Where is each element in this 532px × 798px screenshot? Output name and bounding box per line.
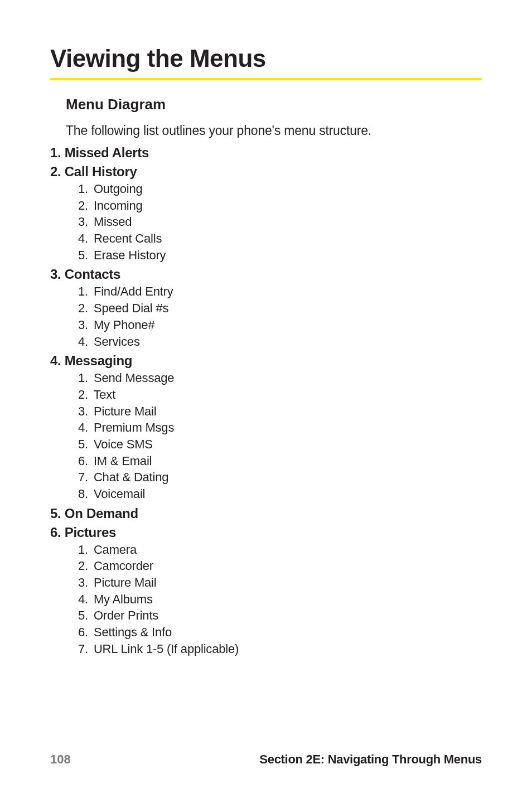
- menu-sub-label: Picture Mail: [94, 404, 157, 418]
- menu-sub-label: Camcorder: [94, 559, 153, 573]
- menu-sub-number: 6.: [77, 453, 88, 470]
- menu-sub-item: 5. Erase History: [77, 247, 482, 264]
- menu-sub-label: Camera: [94, 543, 137, 557]
- menu-top-number: 6.: [50, 525, 61, 540]
- menu-top-item: 1. Missed Alerts: [50, 145, 482, 161]
- menu-sub-number: 7.: [77, 469, 88, 486]
- menu-sub-number: 3.: [77, 214, 88, 230]
- menu-sub-item: 6. Settings & Info: [77, 624, 482, 641]
- menu-top-label: Messaging: [65, 353, 132, 368]
- menu-top-label: Call History: [65, 164, 137, 179]
- menu-sub-label: Voice SMS: [94, 437, 153, 451]
- menu-sub-label: Settings & Info: [94, 625, 172, 639]
- menu-sub-number: 1.: [77, 370, 88, 386]
- menu-sub-number: 1.: [77, 541, 88, 558]
- menu-top-label: Contacts: [65, 267, 120, 282]
- menu-top-item: 6. Pictures: [50, 525, 482, 540]
- menu-sub-item: 3. My Phone#: [77, 317, 482, 333]
- menu-sub-item: 4. My Albums: [77, 591, 482, 608]
- menu-sub-number: 1.: [77, 283, 88, 300]
- menu-sub-item: 2. Text: [77, 386, 482, 403]
- menu-sub-item: 7. Chat & Dating: [77, 469, 482, 486]
- menu-top-item: 2. Call History: [50, 164, 482, 180]
- menu-sub-number: 2.: [77, 197, 88, 214]
- menu-sub-number: 6.: [77, 624, 88, 641]
- subheading-menu-diagram: Menu Diagram: [66, 96, 482, 113]
- menu-top-number: 4.: [50, 353, 61, 368]
- section-label: Section 2E: Navigating Through Menus: [259, 752, 482, 767]
- intro-text: The following list outlines your phone's…: [66, 123, 482, 138]
- menu-sub-number: 3.: [77, 403, 88, 420]
- page-footer: 108 Section 2E: Navigating Through Menus: [50, 752, 482, 767]
- menu-sub-number: 4.: [77, 333, 88, 350]
- menu-sub-number: 2.: [77, 558, 88, 574]
- menu-sub-number: 2.: [77, 300, 88, 317]
- menu-sub-label: Missed: [94, 215, 132, 229]
- menu-sub-label: Erase History: [94, 248, 166, 262]
- menu-sub-number: 5.: [77, 607, 88, 624]
- menu-sub-label: Outgoing: [94, 182, 143, 196]
- menu-sub-item: 2. Incoming: [77, 197, 482, 214]
- menu-sub-label: Picture Mail: [94, 575, 157, 589]
- menu-sub-label: Recent Calls: [94, 231, 162, 245]
- menu-sub-label: Incoming: [94, 199, 143, 212]
- menu-top-item: 3. Contacts: [50, 267, 482, 282]
- menu-sub-number: 8.: [77, 486, 88, 502]
- menu-sub-item: 2. Camcorder: [77, 558, 482, 574]
- menu-sub-number: 5.: [77, 436, 88, 453]
- menu-sub-item: 7. URL Link 1-5 (If applicable): [77, 641, 482, 657]
- menu-sub-label: My Phone#: [94, 318, 155, 332]
- menu-sub-item: 4. Premium Msgs: [77, 419, 482, 436]
- menu-top-label: Missed Alerts: [65, 145, 149, 160]
- menu-sub-item: 3. Picture Mail: [77, 574, 482, 591]
- page-number: 108: [50, 752, 71, 767]
- menu-sub-label: URL Link 1-5 (If applicable): [94, 642, 239, 656]
- menu-sub-item: 8. Voicemail: [77, 486, 482, 502]
- menu-sub-label: Services: [94, 335, 140, 349]
- menu-sublist: 1. Camera2. Camcorder3. Picture Mail4. M…: [77, 541, 482, 657]
- menu-sub-label: Voicemail: [94, 487, 145, 501]
- menu-top-label: Pictures: [65, 525, 116, 540]
- menu-sub-number: 4.: [77, 230, 88, 247]
- menu-sub-number: 3.: [77, 574, 88, 591]
- menu-structure: 1. Missed Alerts2. Call History1. Outgoi…: [50, 145, 482, 657]
- menu-sub-item: 1. Outgoing: [77, 181, 482, 197]
- menu-sub-item: 3. Picture Mail: [77, 403, 482, 420]
- menu-sub-label: Send Message: [94, 371, 174, 385]
- menu-sub-item: 2. Speed Dial #s: [77, 300, 482, 317]
- menu-sub-item: 5. Voice SMS: [77, 436, 482, 453]
- menu-sublist: 1. Outgoing2. Incoming3. Missed4. Recent…: [77, 181, 482, 263]
- menu-sub-label: Speed Dial #s: [94, 301, 168, 315]
- menu-top-number: 1.: [50, 145, 61, 160]
- menu-sub-number: 4.: [77, 419, 88, 436]
- menu-sub-label: IM & Email: [94, 454, 152, 468]
- menu-top-number: 2.: [50, 164, 61, 179]
- menu-sub-item: 1. Camera: [77, 541, 482, 558]
- title-rule: [50, 78, 482, 80]
- menu-sub-number: 7.: [77, 641, 88, 657]
- menu-top-number: 3.: [50, 267, 61, 282]
- menu-sub-item: 1. Send Message: [77, 370, 482, 386]
- menu-sub-label: Text: [94, 388, 116, 402]
- menu-sub-label: Find/Add Entry: [94, 284, 173, 298]
- menu-sub-number: 3.: [77, 317, 88, 333]
- menu-sub-label: My Albums: [94, 592, 153, 606]
- menu-top-item: 4. Messaging: [50, 353, 482, 369]
- menu-sub-item: 1. Find/Add Entry: [77, 283, 482, 300]
- menu-sub-item: 5. Order Prints: [77, 607, 482, 624]
- menu-sub-number: 2.: [77, 386, 88, 403]
- menu-sub-item: 4. Services: [77, 333, 482, 350]
- menu-sub-item: 3. Missed: [77, 214, 482, 230]
- menu-sub-label: Chat & Dating: [94, 470, 168, 484]
- menu-sub-item: 6. IM & Email: [77, 453, 482, 470]
- menu-top-item: 5. On Demand: [50, 506, 482, 521]
- menu-sub-label: Premium Msgs: [94, 420, 174, 434]
- menu-top-label: On Demand: [65, 506, 138, 521]
- menu-sub-item: 4. Recent Calls: [77, 230, 482, 247]
- menu-sub-label: Order Prints: [94, 608, 158, 622]
- page-title: Viewing the Menus: [50, 45, 482, 72]
- menu-top-number: 5.: [50, 506, 61, 521]
- menu-sublist: 1. Send Message2. Text3. Picture Mail4. …: [77, 370, 482, 502]
- menu-sub-number: 1.: [77, 181, 88, 197]
- menu-sub-number: 5.: [77, 247, 88, 264]
